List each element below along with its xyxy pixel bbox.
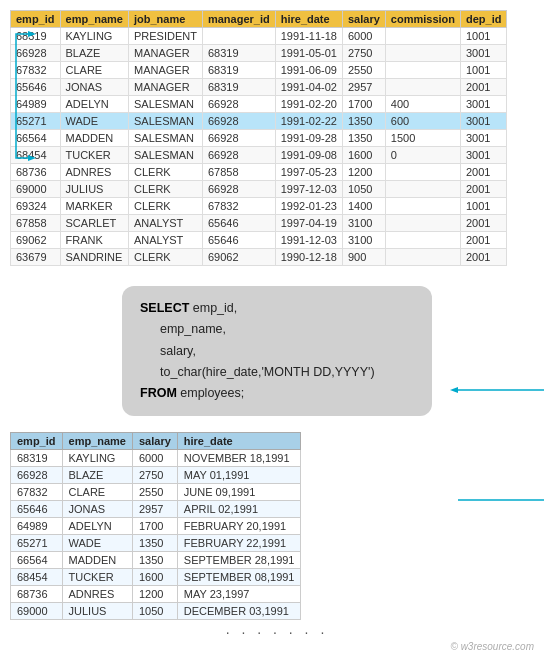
top-table: emp_idemp_namejob_namemanager_idhire_dat… [10,10,507,266]
top-cell-11-5: 3100 [343,215,386,232]
top-cell-4-1: ADELYN [60,96,128,113]
bottom-cell-9-2: 1050 [133,603,178,620]
bottom-cell-9-0: 69000 [11,603,63,620]
top-cell-13-3: 69062 [202,249,275,266]
top-cell-10-1: MARKER [60,198,128,215]
sql-line4: to_char(hire_date,'MONTH DD,YYYY') [140,365,375,379]
bottom-cell-4-1: ADELYN [62,518,132,535]
top-cell-12-3: 65646 [202,232,275,249]
top-cell-1-2: MANAGER [129,45,203,62]
top-cell-0-5: 6000 [343,28,386,45]
top-cell-12-2: ANALYST [129,232,203,249]
bottom-cell-3-0: 65646 [11,501,63,518]
top-cell-5-4: 1991-02-22 [275,113,342,130]
table-row: 66928BLAZE2750MAY 01,1991 [11,467,301,484]
table-row: 63679SANDRINECLERK690621990-12-189002001 [11,249,507,266]
top-cell-6-1: MADDEN [60,130,128,147]
top-cell-4-4: 1991-02-20 [275,96,342,113]
top-cell-8-4: 1997-05-23 [275,164,342,181]
top-cell-2-3: 68319 [202,62,275,79]
top-cell-6-6: 1500 [385,130,460,147]
bottom-cell-0-1: KAYLING [62,450,132,467]
top-cell-1-5: 2750 [343,45,386,62]
top-cell-12-5: 3100 [343,232,386,249]
top-cell-3-7: 2001 [461,79,507,96]
bottom-cell-6-0: 66564 [11,552,63,569]
top-cell-11-7: 2001 [461,215,507,232]
top-cell-2-6 [385,62,460,79]
top-cell-6-2: SALESMAN [129,130,203,147]
bottom-cell-9-3: DECEMBER 03,1991 [177,603,301,620]
top-cell-12-4: 1991-12-03 [275,232,342,249]
top-cell-0-6 [385,28,460,45]
bottom-cell-8-2: 1200 [133,586,178,603]
table-row: 69062FRANKANALYST656461991-12-0331002001 [11,232,507,249]
top-table-col-emp_id: emp_id [11,11,61,28]
top-cell-10-6 [385,198,460,215]
top-table-col-commission: commission [385,11,460,28]
top-cell-3-6 [385,79,460,96]
bottom-cell-0-3: NOVEMBER 18,1991 [177,450,301,467]
top-cell-0-0: 68319 [11,28,61,45]
top-cell-7-1: TUCKER [60,147,128,164]
top-cell-9-7: 2001 [461,181,507,198]
top-cell-3-0: 65646 [11,79,61,96]
top-cell-6-4: 1991-09-28 [275,130,342,147]
top-cell-5-1: WADE [60,113,128,130]
bottom-cell-6-2: 1350 [133,552,178,569]
table-row: 66564MADDENSALESMAN669281991-09-28135015… [11,130,507,147]
top-cell-10-5: 1400 [343,198,386,215]
top-cell-13-0: 63679 [11,249,61,266]
top-cell-9-3: 66928 [202,181,275,198]
table-row: 64989ADELYN1700FEBRUARY 20,1991 [11,518,301,535]
top-table-header: emp_idemp_namejob_namemanager_idhire_dat… [11,11,507,28]
top-cell-12-7: 2001 [461,232,507,249]
sql-line3: salary, [140,344,196,358]
top-cell-6-7: 3001 [461,130,507,147]
bottom-cell-4-0: 64989 [11,518,63,535]
top-cell-9-0: 69000 [11,181,61,198]
top-cell-13-5: 900 [343,249,386,266]
sql-select-kw: SELECT [140,301,189,315]
bottom-cell-4-3: FEBRUARY 20,1991 [177,518,301,535]
top-cell-4-7: 3001 [461,96,507,113]
top-cell-1-6 [385,45,460,62]
table-row: 68454TUCKERSALESMAN669281991-09-08160003… [11,147,507,164]
table-row: 65646JONAS2957APRIL 02,1991 [11,501,301,518]
bottom-cell-0-2: 6000 [133,450,178,467]
bottom-cell-9-1: JULIUS [62,603,132,620]
top-cell-0-2: PRESIDENT [129,28,203,45]
top-cell-7-7: 3001 [461,147,507,164]
top-cell-2-7: 1001 [461,62,507,79]
bottom-table-header: emp_idemp_namesalaryhire_date [11,433,301,450]
bottom-cell-2-0: 67832 [11,484,63,501]
top-cell-3-2: MANAGER [129,79,203,96]
top-cell-4-2: SALESMAN [129,96,203,113]
table-row: 67858SCARLETANALYST656461997-04-19310020… [11,215,507,232]
top-cell-8-6 [385,164,460,181]
top-cell-1-1: BLAZE [60,45,128,62]
top-cell-13-1: SANDRINE [60,249,128,266]
top-cell-13-7: 2001 [461,249,507,266]
top-cell-0-3 [202,28,275,45]
top-cell-10-7: 1001 [461,198,507,215]
table-row: 65271WADESALESMAN669281991-02-2213506003… [11,113,507,130]
top-cell-3-4: 1991-04-02 [275,79,342,96]
top-cell-7-0: 68454 [11,147,61,164]
bottom-table-col-emp_id: emp_id [11,433,63,450]
top-cell-9-4: 1997-12-03 [275,181,342,198]
table-row: 68319KAYLINGPRESIDENT1991-11-1860001001 [11,28,507,45]
table-row: 65271WADE1350FEBRUARY 22,1991 [11,535,301,552]
bottom-cell-8-3: MAY 23,1997 [177,586,301,603]
table-row: 64989ADELYNSALESMAN669281991-02-20170040… [11,96,507,113]
main-layout: emp_idemp_namejob_namemanager_idhire_dat… [10,10,544,652]
top-cell-1-0: 66928 [11,45,61,62]
top-cell-7-6: 0 [385,147,460,164]
bottom-cell-0-0: 68319 [11,450,63,467]
top-cell-1-4: 1991-05-01 [275,45,342,62]
top-cell-10-2: CLERK [129,198,203,215]
top-cell-3-5: 2957 [343,79,386,96]
table-row: 69000JULIUSCLERK669281997-12-0310502001 [11,181,507,198]
bottom-cell-5-2: 1350 [133,535,178,552]
bottom-cell-7-2: 1600 [133,569,178,586]
